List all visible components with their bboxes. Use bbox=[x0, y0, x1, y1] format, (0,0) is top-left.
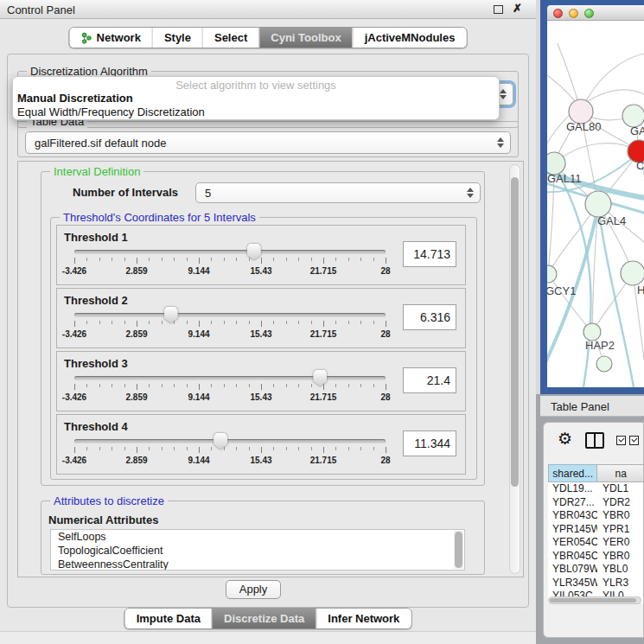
network-node-gal4[interactable] bbox=[585, 191, 611, 217]
slider-thumb[interactable] bbox=[214, 433, 227, 450]
table-row[interactable]: YDL19...YDL1 bbox=[548, 482, 644, 496]
network-node-bottom[interactable] bbox=[596, 356, 612, 372]
node-label-gcy1: GCY1 bbox=[547, 284, 576, 297]
bottom-tab-infer-network[interactable]: Infer Network bbox=[316, 609, 411, 628]
table-row[interactable]: YER054CYER0 bbox=[548, 536, 644, 550]
node-label-gal11: GAL11 bbox=[547, 172, 582, 185]
threshold-slider[interactable]: -3.4262.8599.14415.4321.71528 bbox=[74, 432, 386, 472]
minimize-traffic-light-icon[interactable] bbox=[569, 9, 578, 18]
threshold-value-field[interactable]: 21.4 bbox=[403, 367, 456, 393]
checkbox-checked-icon[interactable] bbox=[629, 436, 639, 445]
cell-name: YBR0 bbox=[597, 550, 644, 564]
network-edge-highlighted[interactable] bbox=[554, 165, 591, 387]
node-label-gal80: GAL80 bbox=[566, 120, 601, 133]
network-node-right-mid[interactable] bbox=[621, 261, 644, 285]
cell-shared-name: YDL19... bbox=[548, 482, 597, 496]
control-tabs: NetworkStyleSelectCyni ToolboxjActiveMNo… bbox=[69, 27, 468, 48]
tab-cyni-toolbox[interactable]: Cyni Toolbox bbox=[258, 28, 352, 48]
apply-button[interactable]: Apply bbox=[226, 580, 281, 599]
zoom-traffic-light-icon[interactable] bbox=[584, 9, 594, 18]
bottom-tab-impute-data[interactable]: Impute Data bbox=[125, 609, 212, 628]
table-header-row: shared... na bbox=[548, 464, 644, 482]
attributes-to-discretize-group: Attributes to discretize Numerical Attri… bbox=[41, 501, 485, 575]
threshold-slider[interactable]: -3.4262.8599.14415.4321.71528 bbox=[74, 306, 386, 346]
threshold-label: Threshold 4 bbox=[64, 420, 128, 433]
close-icon[interactable]: ✗ bbox=[513, 2, 522, 15]
interval-definition-title: Interval Definition bbox=[50, 165, 143, 178]
gear-icon[interactable]: ⚙ bbox=[558, 430, 572, 449]
table-row[interactable]: YBR043CYBR0 bbox=[548, 509, 644, 523]
slider-ticks bbox=[74, 447, 386, 454]
number-of-intervals-value: 5 bbox=[205, 187, 211, 200]
threshold-slider[interactable]: -3.4262.8599.14415.4321.71528 bbox=[74, 369, 386, 409]
algorithm-option-equal-width-frequency-discretization[interactable]: Equal Width/Frequency Discretization bbox=[13, 105, 499, 118]
slider-thumb[interactable] bbox=[247, 244, 261, 260]
threshold-value-field[interactable]: 14.713 bbox=[403, 241, 456, 267]
vertical-scrollbar[interactable] bbox=[509, 164, 520, 574]
split-columns-icon[interactable] bbox=[585, 432, 604, 449]
tab-label: Infer Network bbox=[328, 612, 399, 625]
thresholds-group-title: Threshold's Coordinates for 5 Intervals bbox=[60, 211, 259, 224]
tab-network[interactable]: Network bbox=[70, 28, 152, 48]
table-data-combobox[interactable]: galFiltered.sif default node bbox=[25, 131, 511, 154]
network-node-gcy1[interactable] bbox=[547, 265, 557, 283]
slider-track[interactable] bbox=[74, 313, 386, 317]
network-window-titlebar bbox=[547, 5, 644, 21]
network-node-hap2[interactable] bbox=[583, 323, 601, 341]
horizontal-scrollbar[interactable] bbox=[548, 596, 641, 604]
network-edge[interactable] bbox=[581, 54, 644, 112]
slider-thumb[interactable] bbox=[313, 370, 327, 386]
threshold-value-field[interactable]: 6.316 bbox=[403, 304, 456, 330]
close-traffic-light-icon[interactable] bbox=[553, 9, 563, 18]
network-window: GAL80GACGAL11GAL4GCY1HHAP2 bbox=[540, 0, 644, 394]
tab-label: Network bbox=[97, 31, 141, 44]
threshold-label: Threshold 1 bbox=[64, 231, 128, 244]
number-of-intervals-combobox[interactable]: 5 bbox=[195, 182, 481, 203]
tab-select[interactable]: Select bbox=[202, 28, 258, 48]
node-label-h: H bbox=[637, 284, 644, 296]
cell-name: YDL1 bbox=[597, 482, 644, 496]
network-canvas[interactable]: GAL80GACGAL11GAL4GCY1HHAP2 bbox=[547, 21, 644, 387]
column-header-name[interactable]: na bbox=[597, 464, 644, 482]
slider-track[interactable] bbox=[74, 439, 386, 443]
network-view[interactable]: GAL80GACGAL11GAL4GCY1HHAP2 bbox=[547, 21, 644, 387]
slider-thumb[interactable] bbox=[164, 307, 178, 323]
float-window-icon[interactable] bbox=[494, 5, 503, 14]
list-scrollbar[interactable] bbox=[454, 531, 463, 569]
table-row[interactable]: YDR27...YDR2 bbox=[548, 496, 644, 510]
checkbox-checked-icon[interactable] bbox=[616, 436, 626, 445]
table-row[interactable]: YLR345WYLR3 bbox=[548, 577, 644, 590]
network-edge[interactable] bbox=[554, 143, 639, 163]
list-item-betweennesscentrality[interactable]: BetweennessCentrality bbox=[51, 558, 464, 571]
settings-scroll-panel: Interval Definition Number of Intervals … bbox=[17, 161, 524, 577]
slider-tick-labels: -3.4262.8599.14415.4321.71528 bbox=[74, 392, 386, 403]
bottom-tab-discretize-data[interactable]: Discretize Data bbox=[212, 609, 316, 628]
scrollbar-thumb[interactable] bbox=[550, 598, 636, 603]
threshold-panel: Threshold 4 -3.4262.8599.14415.4321.7152… bbox=[56, 414, 466, 475]
table-row[interactable]: YPR145WYPR1 bbox=[548, 523, 644, 537]
cell-shared-name: YBL079W bbox=[548, 563, 597, 577]
threshold-value-field[interactable]: 11.344 bbox=[403, 430, 456, 456]
threshold-slider[interactable]: -3.4262.8599.14415.4321.71528 bbox=[74, 243, 386, 283]
list-item-topologicalcoefficient[interactable]: TopologicalCoefficient bbox=[51, 544, 464, 558]
node-label-ga: GA bbox=[630, 124, 644, 137]
cell-name: YBR0 bbox=[597, 509, 644, 523]
tab-label: Impute Data bbox=[137, 612, 201, 625]
cell-name: YBL0 bbox=[597, 563, 644, 577]
tab-style[interactable]: Style bbox=[152, 28, 202, 48]
table-row[interactable]: YBR045CYBR0 bbox=[548, 550, 644, 564]
column-header-shared-name[interactable]: shared... bbox=[548, 464, 597, 482]
table-row[interactable]: YBL079WYBL0 bbox=[548, 563, 644, 577]
list-scrollbar-thumb[interactable] bbox=[455, 532, 462, 568]
slider-track[interactable] bbox=[74, 376, 386, 380]
algorithm-option-manual-discretization[interactable]: Manual Discretization bbox=[13, 91, 499, 105]
slider-track[interactable] bbox=[74, 250, 386, 254]
list-item-selfloops[interactable]: SelfLoops bbox=[51, 530, 464, 544]
combobox-stepper-icon bbox=[467, 188, 474, 198]
cell-shared-name: YDR27... bbox=[548, 496, 597, 510]
threshold-label: Threshold 2 bbox=[64, 294, 128, 307]
scrollbar-thumb[interactable] bbox=[511, 177, 519, 487]
cell-name: YPR1 bbox=[597, 523, 644, 537]
tab-jactivemnodules[interactable]: jActiveMNodules bbox=[353, 28, 467, 48]
table-panel-area: Table Panel ⚙ shared... na YDL19...YDL1Y… bbox=[536, 394, 644, 644]
